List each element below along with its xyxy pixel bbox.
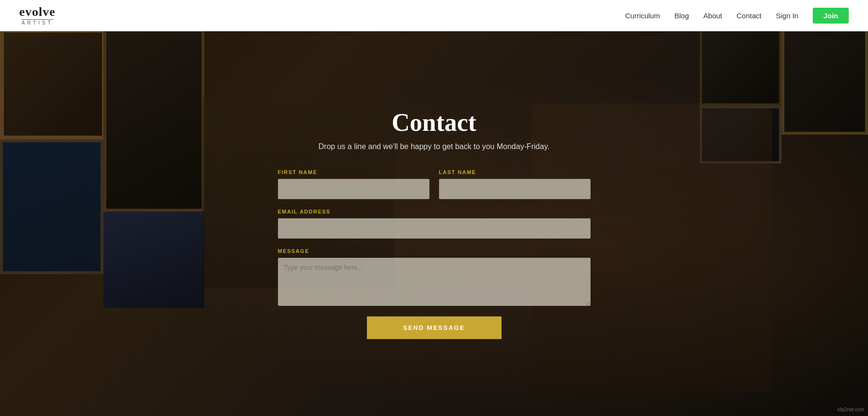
watermark: clip2net.com [837, 407, 864, 412]
last-name-label: LAST NAME [439, 169, 591, 175]
message-textarea[interactable] [278, 258, 591, 306]
message-group: MESSAGE [278, 248, 591, 306]
logo-artist: ARTIST [22, 19, 53, 25]
page-title: Contact [391, 108, 476, 137]
last-name-input[interactable] [439, 179, 591, 199]
nav-signin[interactable]: Sign In [776, 12, 798, 20]
email-group: EMAIL ADDRESS [278, 209, 591, 239]
hero-section: Contact Drop us a line and we'll be happ… [0, 0, 868, 416]
first-name-input[interactable] [278, 179, 429, 199]
artwork-frame-1 [0, 29, 106, 139]
content-overlay: Contact Drop us a line and we'll be happ… [271, 108, 598, 339]
last-name-group: LAST NAME [439, 169, 591, 199]
nav-curriculum[interactable]: Curriculum [625, 12, 660, 20]
nav-contact[interactable]: Contact [737, 12, 762, 20]
nav-blog[interactable]: Blog [675, 12, 689, 20]
join-button[interactable]: Join [813, 8, 849, 24]
nav: Curriculum Blog About Contact Sign In Jo… [625, 8, 849, 24]
header: evolve ARTIST Curriculum Blog About Cont… [0, 0, 868, 31]
first-name-group: FIRST NAME [278, 169, 429, 199]
logo[interactable]: evolve ARTIST [19, 6, 55, 25]
email-label: EMAIL ADDRESS [278, 209, 591, 214]
nav-about[interactable]: About [704, 12, 722, 20]
artwork-frame-3 [0, 139, 103, 274]
name-row: FIRST NAME LAST NAME [278, 169, 591, 199]
message-label: MESSAGE [278, 248, 591, 254]
artwork-frame-5 [781, 29, 868, 135]
send-message-button[interactable]: SEND MESSAGE [367, 316, 502, 339]
artwork-frame-2 [103, 29, 204, 212]
contact-form: FIRST NAME LAST NAME EMAIL ADDRESS MESSA… [278, 169, 591, 339]
artwork-frame-4 [103, 212, 204, 308]
logo-evolve: evolve [19, 6, 55, 18]
page-subtitle: Drop us a line and we'll be happy to get… [318, 142, 549, 151]
email-input[interactable] [278, 218, 591, 239]
first-name-label: FIRST NAME [278, 169, 429, 175]
artwork-frame-6 [700, 29, 781, 106]
